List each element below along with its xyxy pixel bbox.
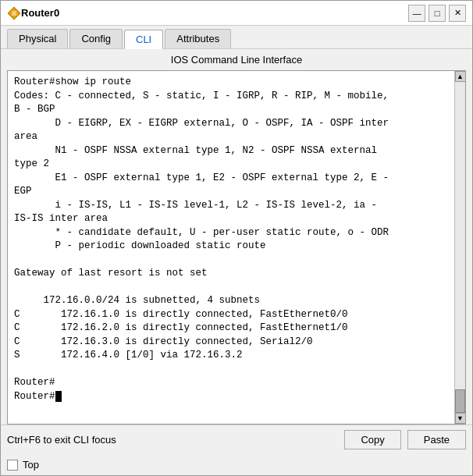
top-label: Top (23, 459, 39, 471)
maximize-button[interactable]: □ (429, 5, 446, 22)
tab-bar: Physical Config CLI Attributes (1, 26, 472, 49)
tab-cli[interactable]: CLI (124, 30, 163, 49)
title-bar-controls: — □ ✕ (408, 5, 466, 22)
minimize-button[interactable]: — (408, 5, 425, 22)
scrollbar-thumb[interactable] (455, 389, 465, 413)
paste-button[interactable]: Paste (407, 430, 466, 449)
scroll-down-button[interactable]: ▼ (455, 413, 466, 424)
cli-cursor (55, 391, 62, 402)
footer-bar: Top (1, 454, 472, 475)
cli-scrollbar[interactable]: ▲ ▼ (454, 71, 465, 424)
tab-config[interactable]: Config (69, 29, 123, 48)
cli-area[interactable]: Router#show ip route Codes: C - connecte… (7, 70, 466, 424)
copy-button[interactable]: Copy (344, 430, 400, 449)
cli-status-text: Ctrl+F6 to exit CLI focus (7, 434, 338, 446)
window-title: Router0 (21, 7, 408, 19)
svg-rect-1 (12, 11, 16, 16)
top-checkbox[interactable] (7, 460, 18, 471)
cli-output[interactable]: Router#show ip route Codes: C - connecte… (8, 71, 454, 424)
bottom-bar: Ctrl+F6 to exit CLI focus Copy Paste (1, 424, 472, 454)
scrollbar-track[interactable] (455, 82, 465, 413)
router-icon (7, 6, 21, 20)
main-window: Router0 — □ ✕ Physical Config CLI Attrib… (0, 0, 473, 476)
tab-attributes[interactable]: Attributes (165, 29, 231, 48)
title-bar: Router0 — □ ✕ (1, 1, 472, 26)
tab-physical[interactable]: Physical (7, 29, 68, 48)
top-checkbox-label[interactable]: Top (7, 459, 39, 471)
section-title: IOS Command Line Interface (1, 49, 472, 70)
close-button[interactable]: ✕ (449, 5, 466, 22)
scroll-up-button[interactable]: ▲ (455, 71, 466, 82)
